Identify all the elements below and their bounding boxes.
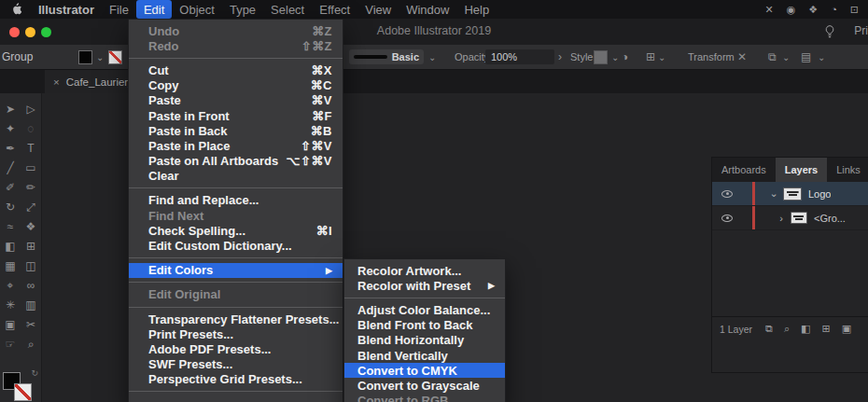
- graphic-style-swatch[interactable]: [594, 50, 608, 64]
- submenu-item[interactable]: Blend Front to Back: [344, 318, 505, 333]
- selection-tool[interactable]: ➤: [0, 99, 21, 118]
- submenu-item[interactable]: Blend Vertically: [344, 348, 505, 363]
- zoom-tool[interactable]: ⌕: [21, 334, 41, 353]
- menu-item[interactable]: Find and Replace...: [129, 193, 343, 208]
- stroke-color-swatch[interactable]: [108, 50, 122, 64]
- expand-chevron-icon[interactable]: ⌄: [768, 187, 779, 200]
- menu-item[interactable]: Paste on All Artboards ⌥⇧⌘V: [129, 154, 343, 169]
- submenu-item[interactable]: Convert to Grayscale: [344, 378, 505, 393]
- menubar-item-effect[interactable]: Effect: [312, 0, 357, 19]
- new-sublayer-icon[interactable]: ⊞: [821, 323, 830, 335]
- graph-tool[interactable]: ▥: [21, 295, 41, 314]
- direct-selection-tool[interactable]: ▷: [21, 99, 41, 118]
- expand-chevron-icon[interactable]: ›: [776, 213, 787, 224]
- new-layer-icon[interactable]: ▣: [842, 323, 851, 335]
- recolor-artwork-icon[interactable]: ◑: [622, 45, 628, 69]
- tab-layers[interactable]: Layers: [776, 158, 827, 182]
- submenu-item[interactable]: Recolor Artwork...: [344, 263, 505, 278]
- pen-tool[interactable]: ✒: [0, 138, 21, 158]
- submenu-item[interactable]: Convert to CMYK: [344, 363, 505, 378]
- menu-item[interactable]: Paste in Back ⌘B: [129, 123, 343, 138]
- tab-artboards[interactable]: Artboards: [712, 158, 776, 182]
- grid-chevron-icon[interactable]: ⌄: [658, 45, 665, 69]
- lightbulb-icon[interactable]: [825, 25, 834, 42]
- menubar-item-window[interactable]: Window: [399, 0, 456, 19]
- menu-item[interactable]: Redo ⇧⌘Z: [129, 38, 343, 53]
- locate-object-icon[interactable]: ⌕: [784, 323, 790, 335]
- menu-item[interactable]: Copy ⌘C: [129, 78, 343, 93]
- dropbox-icon[interactable]: ❖: [808, 4, 818, 16]
- fill-color-swatch[interactable]: [78, 50, 92, 64]
- width-tool[interactable]: ≈: [0, 216, 21, 236]
- submenu-item[interactable]: Adjust Color Balance...: [344, 302, 505, 317]
- menu-item[interactable]: Check Spelling... ⌘I: [129, 223, 343, 238]
- menubar-item-type[interactable]: Type: [222, 0, 263, 19]
- submenu-item[interactable]: Convert to RGB: [344, 394, 505, 402]
- scale-tool[interactable]: ⤢: [21, 197, 41, 216]
- menu-item[interactable]: Paste in Front ⌘F: [129, 108, 343, 123]
- menubar-item-view[interactable]: View: [357, 0, 399, 19]
- line-tool[interactable]: ╱: [0, 158, 21, 177]
- menu-item[interactable]: Paste in Place ⇧⌘V: [129, 138, 343, 153]
- mesh-tool[interactable]: ▦: [0, 256, 21, 275]
- layer-row-group[interactable]: › <Gro...: [712, 206, 868, 230]
- rotate-tool[interactable]: ↻: [0, 197, 21, 216]
- type-tool[interactable]: T: [21, 138, 41, 158]
- menubar-item-select[interactable]: Select: [263, 0, 312, 19]
- pencil-tool[interactable]: ✏: [21, 177, 41, 197]
- menu-item[interactable]: Edit Original: [129, 287, 343, 302]
- layer-row-logo[interactable]: ⌄ Logo: [712, 182, 868, 206]
- apple-menu-icon[interactable]: [0, 3, 31, 16]
- menu-item[interactable]: Clear: [129, 169, 343, 184]
- tool-x-icon[interactable]: ✕: [764, 4, 773, 16]
- eye-status-icon[interactable]: ◉: [787, 4, 796, 16]
- menu-item[interactable]: Transparency Flattener Presets...: [129, 312, 343, 326]
- slice-tool[interactable]: ✂: [21, 314, 41, 334]
- menu-item[interactable]: Undo ⌘Z: [129, 23, 343, 38]
- magic-wand-tool[interactable]: ✦: [0, 118, 21, 138]
- close-document-icon[interactable]: ×: [53, 76, 60, 88]
- menu-item[interactable]: Paste ⌘V: [129, 93, 343, 108]
- menu-item[interactable]: Cut ⌘X: [129, 62, 343, 77]
- clock-icon[interactable]: ◔: [831, 4, 837, 15]
- visibility-eye-icon[interactable]: [721, 190, 733, 198]
- menubar-item-file[interactable]: File: [102, 0, 136, 19]
- artboard-tool[interactable]: ▣: [0, 314, 21, 334]
- menu-item[interactable]: Edit Colors ▶: [129, 263, 343, 278]
- menubar-item-help[interactable]: Help: [456, 0, 497, 19]
- free-transform-tool[interactable]: ❖: [21, 216, 41, 236]
- menu-item[interactable]: Adobe PDF Presets...: [129, 341, 343, 356]
- menubar-item-illustrator[interactable]: Illustrator: [31, 0, 102, 19]
- transform-label[interactable]: Transform: [688, 45, 735, 69]
- grid-options-icon[interactable]: ⊞: [646, 45, 655, 69]
- brush-chevron-icon[interactable]: ⌄: [428, 45, 436, 69]
- fill-chevron-icon[interactable]: ⌄: [96, 45, 104, 69]
- symbol-sprayer-tool[interactable]: ✳: [0, 295, 21, 314]
- effects-options-chevron-icon[interactable]: ⌄: [818, 45, 825, 69]
- rectangle-tool[interactable]: ▭: [21, 158, 41, 177]
- blend-tool[interactable]: ∞: [21, 275, 41, 295]
- visibility-eye-icon[interactable]: [721, 215, 733, 222]
- menubar-item-edit[interactable]: Edit: [136, 0, 172, 19]
- collect-for-export-icon[interactable]: ⧉: [765, 323, 773, 335]
- submenu-item[interactable]: Blend Horizontally: [344, 333, 505, 348]
- submenu-item[interactable]: Recolor with Preset ▶: [344, 278, 505, 293]
- shape-builder-tool[interactable]: ◧: [0, 236, 21, 256]
- effects-options-icon[interactable]: ▤: [801, 45, 811, 69]
- paintbrush-tool[interactable]: ✐: [0, 177, 21, 197]
- perspective-grid-tool[interactable]: ⊞: [21, 236, 41, 256]
- clipping-mask-icon[interactable]: ◧: [801, 323, 810, 335]
- menu-item[interactable]: Find Next: [129, 208, 343, 223]
- gradient-tool[interactable]: ◫: [21, 256, 41, 275]
- stroke-swatch[interactable]: [14, 383, 32, 401]
- opacity-next-icon[interactable]: ›: [558, 45, 562, 69]
- brush-definition-select[interactable]: Basic: [349, 49, 424, 64]
- menubar-item-object[interactable]: Object: [172, 0, 222, 19]
- arrange-icon[interactable]: ✕: [737, 45, 747, 69]
- menu-item[interactable]: Perspective Grid Presets...: [129, 372, 343, 387]
- tab-links[interactable]: Links: [827, 158, 868, 182]
- opacity-input[interactable]: 100%: [485, 49, 554, 64]
- eyedropper-tool[interactable]: ⌖: [0, 275, 21, 295]
- style-chevron-icon[interactable]: ⌄: [611, 45, 619, 69]
- panel-options-icon[interactable]: ⧉: [768, 45, 777, 69]
